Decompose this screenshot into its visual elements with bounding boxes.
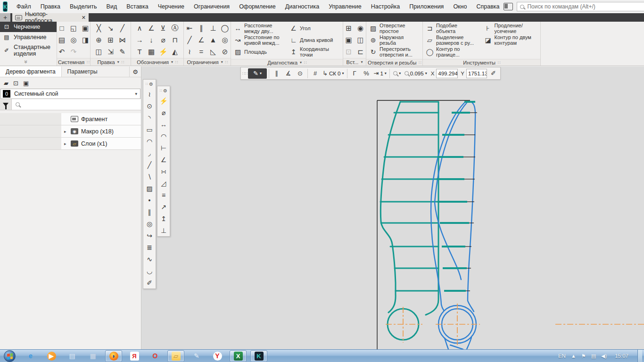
raster-objects-icon[interactable]: ▣	[23, 80, 29, 87]
array-icon[interactable]: ⊞	[106, 34, 116, 45]
trim-icon[interactable]: ╳	[94, 23, 104, 33]
tab-fragment-tree[interactable]: Дерево фрагмента	[0, 66, 62, 77]
expand-arrow-icon[interactable]: ▸	[64, 141, 68, 146]
auto-axis-icon[interactable]: ⚡	[158, 46, 168, 57]
arc-tool-icon[interactable]: ◠	[144, 135, 155, 147]
leader-down-icon[interactable]: ↓	[146, 34, 157, 45]
stylus-icon[interactable]: ✎	[188, 350, 205, 362]
insert-table-icon[interactable]: ⊡	[344, 46, 354, 57]
angle-tool[interactable]: ∠ Угол	[289, 23, 341, 34]
menu-item[interactable]: Вставка	[122, 1, 152, 12]
snap-parallel-button[interactable]: ∥	[271, 68, 282, 79]
section-grip-icon[interactable]: ∷	[498, 60, 500, 65]
auxiliary-line-tool-icon[interactable]: ∖	[144, 171, 155, 182]
area-tool[interactable]: ▨ Площадь	[233, 46, 286, 58]
menu-item[interactable]: Окно	[449, 1, 471, 12]
symmetric-icon[interactable]: ▲	[208, 34, 218, 45]
y-coordinate-field[interactable]: 1751.13	[466, 69, 487, 78]
print-icon[interactable]: ▤	[57, 34, 67, 45]
clock[interactable]: 15:07	[615, 353, 628, 359]
opera-icon[interactable]: O	[147, 350, 164, 362]
menu-item[interactable]: Оформление	[235, 1, 280, 12]
parallel-icon[interactable]: ∥	[196, 23, 206, 33]
segment-tool-icon[interactable]: ╱	[144, 159, 155, 171]
section-grip-icon[interactable]: ∷	[122, 60, 124, 65]
kompas-icon[interactable]: K	[250, 350, 267, 362]
tree-node-layers[interactable]: ▸ ▱ Слои (x1)	[0, 138, 141, 150]
layer-dropdown-icon[interactable]: ▾	[135, 91, 138, 96]
snap-angle-button[interactable]: ∡	[283, 68, 294, 79]
radial-dimension-icon[interactable]: ∧	[134, 23, 145, 33]
corner-tool-icon[interactable]: ◝	[144, 112, 155, 123]
save-as-icon[interactable]: ◨	[80, 34, 91, 45]
hatch-tool-icon[interactable]: ▨	[144, 182, 155, 194]
toolbar-grip-icon[interactable]: ∷∷	[242, 73, 247, 74]
parallel-line-tool-icon[interactable]: ∥	[144, 206, 155, 218]
toolbar-grip-icon[interactable]: ∷	[146, 82, 148, 86]
menu-item[interactable]: Файл	[12, 1, 35, 12]
toolbar-gear-icon[interactable]: ⚙	[149, 82, 153, 87]
auto-dimension-icon[interactable]: ⚡	[158, 95, 169, 107]
menu-item[interactable]: Правка	[36, 1, 65, 12]
datum-dimension-icon[interactable]: ⊥	[158, 224, 169, 236]
command-search[interactable]	[517, 2, 644, 11]
similar-object-tool[interactable]: ⊐ Подобие объекта	[425, 23, 480, 34]
toolbar-grip-icon[interactable]: ∷	[160, 89, 162, 93]
document-tab[interactable]: Ньюпор- проброска... ✕	[12, 13, 89, 22]
tree-search-field[interactable]	[12, 99, 141, 110]
ordinate-dimension-icon[interactable]: ⊢	[158, 142, 169, 154]
insert-fragment-icon[interactable]: ⊞	[344, 23, 354, 33]
menu-item[interactable]: Настройка	[367, 1, 405, 12]
contour-tool-icon[interactable]: ≀	[144, 88, 155, 100]
yandex-browser-icon[interactable]: Я	[126, 350, 143, 362]
ellipse-tool-icon[interactable]: ◎	[144, 218, 155, 230]
menu-item[interactable]: Выделить	[66, 1, 101, 12]
insert-region-icon[interactable]: ◫	[355, 34, 366, 45]
notepad-icon[interactable]: ▤	[64, 350, 81, 362]
firefox-icon[interactable]: ◗	[105, 350, 122, 362]
command-search-input[interactable]	[527, 3, 644, 10]
point-tool-icon[interactable]: •	[144, 194, 155, 206]
redo-icon[interactable]: ↷	[68, 46, 79, 57]
fillet-tool-icon[interactable]: ◞	[144, 147, 155, 159]
start-button[interactable]	[4, 350, 16, 362]
excel-icon[interactable]: X	[230, 350, 247, 362]
section-grip-icon[interactable]: ∷	[87, 60, 89, 65]
scale-icon[interactable]: ⇲	[106, 46, 116, 57]
menu-item[interactable]: Диагностика	[281, 1, 323, 12]
toolbar-gear-icon[interactable]: ⚙	[163, 88, 167, 93]
angular-dimension-icon[interactable]: ∠	[158, 154, 169, 165]
menu-item[interactable]: Вид	[102, 1, 122, 12]
ie-icon[interactable]: e	[22, 350, 39, 362]
menu-item[interactable]: Черчение	[154, 1, 189, 12]
explorer-icon[interactable]: ▱	[167, 350, 184, 362]
collinear-icon[interactable]: ╱	[184, 34, 195, 45]
menu-item[interactable]: Приложения	[405, 1, 448, 12]
rebuild-holes-tool[interactable]: ↻ Перестроить отверстия и...	[368, 46, 421, 58]
angle-from-base-icon[interactable]: ◿	[158, 177, 169, 189]
language-indicator[interactable]: EN	[558, 353, 566, 359]
angular-dimension-icon[interactable]: ∠	[146, 23, 157, 33]
contour-two-contours-tool[interactable]: ◪ Контур по двум контурам	[483, 34, 539, 46]
calculator-icon[interactable]: ▦	[84, 350, 101, 362]
rounding-button[interactable]: %	[361, 68, 372, 79]
section-grip-icon[interactable]: ∷	[419, 60, 421, 65]
expand-arrow-icon[interactable]: ▸	[64, 129, 68, 134]
distance-between-tool[interactable]: ↔ Расстояние между дву...	[233, 23, 286, 34]
drawing-canvas[interactable]: ∷⚙ ≀⊙◝▭◠◞╱∖▨•∥◎↪≣∿◡✐ ∷⚙ ⚡⌀↔◠⊢∠∺◿≡↗↥⊥	[141, 66, 644, 349]
horizontal-icon[interactable]: ◺	[208, 46, 218, 57]
fix-icon[interactable]: ⊘	[220, 46, 230, 57]
select-dimensions-tool[interactable]: ▱ Выделение размеров с ру...	[425, 34, 480, 46]
cursor-step-selector[interactable]: ⇥ 1 ▾	[373, 68, 388, 79]
tree-node-macro[interactable]: ▸ ◉ Макро (x18)	[0, 125, 141, 138]
section-grip-icon[interactable]: ∷	[175, 60, 178, 65]
tree-filter-button[interactable]	[0, 99, 12, 110]
insert-picture-icon[interactable]: ▣	[344, 34, 354, 45]
eyedropper-button[interactable]: ✐	[488, 68, 499, 79]
diameter-dimension-icon[interactable]: ⌀	[158, 107, 169, 118]
tray-app-icon[interactable]: ▤	[591, 353, 596, 359]
section-dropdown-icon[interactable]: ▾	[117, 60, 119, 64]
split-icon[interactable]: ╱	[117, 23, 128, 33]
grid-button[interactable]: #	[310, 68, 321, 79]
save-icon[interactable]: ▣	[80, 23, 91, 33]
